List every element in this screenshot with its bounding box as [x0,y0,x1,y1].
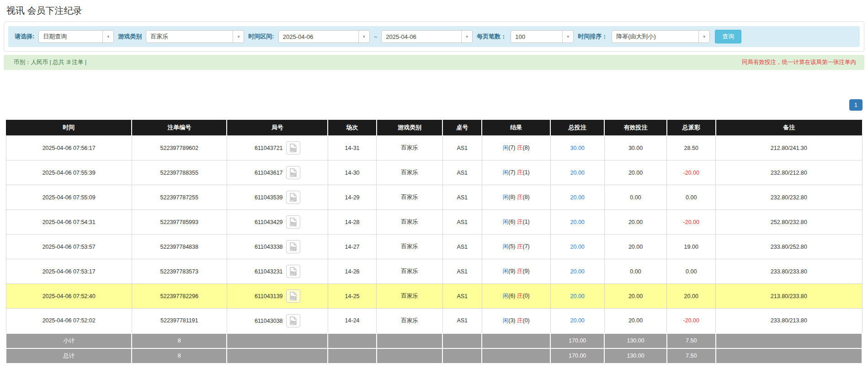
cell-payout: -20.00 [667,210,716,235]
cell-table-no: AS1 [442,210,482,235]
total-bet-link[interactable]: 20.00 [570,194,585,201]
video-replay-button[interactable] [286,314,300,327]
total-bet-link[interactable]: 20.00 [570,293,585,299]
total-total-bet: 170.00 [550,348,604,364]
video-replay-button[interactable] [286,191,300,204]
payout-value: 19.00 [684,244,698,250]
result-banker-score: (0) [523,317,530,324]
page-size-value: 100 [511,31,562,43]
chevron-down-icon[interactable]: ▼ [461,31,472,43]
filter-panel: 请选择: 日期查询 ▼ 游戏类别 百家乐 ▼ 时间区间: 2025-04-06 … [4,21,864,52]
result-banker: 庄 [517,144,523,151]
header-valid-bet: 有效投注 [604,120,667,136]
video-replay-button[interactable] [286,141,300,155]
cell-remark: 233.80/213.80 [716,309,862,333]
cell-time: 2025-04-06 07:52:02 [6,309,132,333]
cell-game: 百家乐 [377,160,442,185]
cell-result: 闲(5) 庄(7) [482,235,550,259]
total-bet-link[interactable]: 30.00 [570,145,585,151]
subtotal-valid-bet: 130.00 [604,333,667,348]
result-player: 闲 [503,243,509,250]
total-bet-link[interactable]: 20.00 [570,244,585,250]
cell-session: 14-25 [328,284,377,309]
cell-bet-id: 522397781191 [132,309,227,333]
cell-game: 百家乐 [377,210,442,235]
result-player-score: (3) [508,317,515,324]
header-table-no: 桌号 [442,120,482,136]
result-banker: 庄 [517,293,523,299]
result-banker: 庄 [517,243,523,250]
round-number: 611043617 [255,170,283,176]
game-category-select[interactable]: 百家乐 ▼ [146,30,244,43]
round-number: 611043338 [255,244,283,250]
cell-game: 百家乐 [377,259,442,284]
cell-time: 2025-04-06 07:53:17 [6,259,132,284]
payout-value: 0.00 [686,268,697,275]
video-file-icon [289,168,297,177]
cell-session: 14-30 [328,160,377,185]
cell-remark: 252.80/232.80 [716,210,862,235]
date-to-select[interactable]: 2025-04-06 ▼ [381,30,473,43]
search-button[interactable]: 查询 [715,30,741,43]
header-session: 场次 [328,120,377,136]
video-replay-button[interactable] [286,215,300,229]
result-player-score: (9) [508,268,515,274]
cell-bet-id: 522397783573 [132,259,227,284]
header-round: 局号 [227,120,328,136]
cell-remark: 212.80/241.30 [716,136,862,160]
total-payout: 7.50 [667,348,716,364]
cell-remark: 213.80/233.80 [716,284,862,309]
date-from-select[interactable]: 2025-04-06 ▼ [278,30,370,43]
query-type-select[interactable]: 日期查询 ▼ [38,30,114,43]
payout-value: -20.00 [683,219,699,225]
chevron-down-icon[interactable]: ▼ [233,31,244,43]
query-type-value: 日期查询 [39,31,102,43]
video-replay-button[interactable] [286,240,300,253]
video-replay-button[interactable] [286,289,300,303]
cell-result: 闲(3) 庄(0) [482,309,550,333]
result-banker-score: (7) [523,243,530,250]
subtotal-total-bet: 170.00 [550,333,604,348]
page-size-select[interactable]: 100 ▼ [511,30,574,43]
chevron-down-icon[interactable]: ▼ [562,31,573,43]
header-remark: 备注 [716,120,862,136]
cell-remark: 232.80/212.80 [716,160,862,185]
date-range-separator: ~ [374,33,378,40]
video-replay-button[interactable] [286,265,300,278]
summary-info: 币别：人民币 | 总共 :8 注单 | [14,59,86,66]
chevron-down-icon[interactable]: ▼ [698,31,709,43]
pagination: 1 [5,99,863,112]
cell-total-bet: 20.00 [550,309,604,333]
subtotal-label: 小计 [6,333,132,348]
cell-bet-id: 522397788355 [132,160,227,185]
round-number: 611043539 [255,194,283,201]
chevron-down-icon[interactable]: ▼ [358,31,369,43]
result-banker: 庄 [517,219,523,225]
result-player: 闲 [503,293,509,299]
cell-game: 百家乐 [377,136,442,160]
cell-table-no: AS1 [442,136,482,160]
total-bet-link[interactable]: 20.00 [570,170,585,176]
time-sort-select[interactable]: 降幂(由大到小) ▼ [612,30,710,43]
cell-result: 闲(6) 庄(0) [482,284,550,309]
cell-time: 2025-04-06 07:52:40 [6,284,132,309]
result-player-score: (5) [508,243,515,250]
chevron-down-icon[interactable]: ▼ [102,31,113,43]
total-bet-link[interactable]: 20.00 [570,219,585,225]
header-game: 游戏类别 [377,120,442,136]
cell-valid-bet: 20.00 [604,235,667,259]
header-time: 时间 [6,120,132,136]
cell-session: 14-29 [328,185,377,210]
result-banker-score: (8) [523,144,530,151]
cell-bet-id: 522397787255 [132,185,227,210]
result-banker-score: (1) [523,169,530,176]
cell-result: 闲(7) 庄(8) [482,136,550,160]
page-number-button[interactable]: 1 [849,99,863,111]
header-result: 结果 [482,120,550,136]
betting-records-page: 视讯 会员下注纪录 请选择: 日期查询 ▼ 游戏类别 百家乐 ▼ 时间区间: 2… [0,5,868,369]
total-bet-link[interactable]: 20.00 [570,317,585,324]
total-bet-link[interactable]: 20.00 [570,268,585,275]
subtotal-payout: 7.50 [667,333,716,348]
cell-valid-bet: 20.00 [604,309,667,333]
video-replay-button[interactable] [286,166,300,179]
